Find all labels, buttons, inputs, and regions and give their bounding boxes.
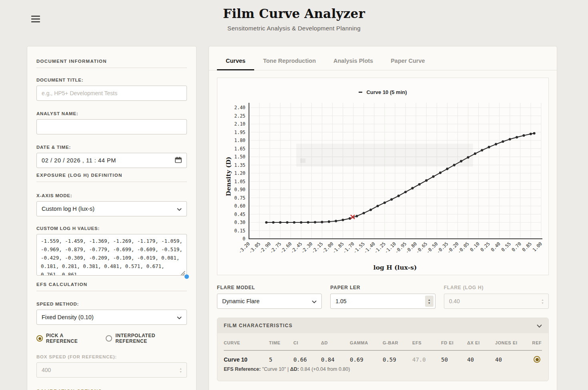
box-speed-input	[36, 362, 187, 378]
svg-text:0.30: 0.30	[234, 220, 245, 225]
svg-text:-0.20: -0.20	[446, 241, 460, 254]
col-curve: CURVE	[224, 340, 269, 345]
x-axis-title: log H (lux-s)	[249, 264, 541, 271]
efs-delta-label: ΔD:	[290, 366, 299, 372]
chevron-down-icon	[312, 298, 317, 304]
film-characteristics-header[interactable]: FILM CHARACTERISTICS	[217, 318, 548, 333]
svg-text:-0.35: -0.35	[435, 241, 449, 254]
film-curve-chart[interactable]: Curve 10 (5 min) 00.150.300.450.600.750.…	[217, 78, 549, 275]
radio-icon	[36, 335, 43, 342]
svg-text:-1.25: -1.25	[373, 241, 387, 254]
date-time-input[interactable]: 02 / 20 / 2026 , 11 : 44 PM	[36, 153, 187, 168]
pick-a-reference-radio[interactable]: PICK A REFERENCE	[36, 333, 95, 344]
svg-text:-0.95: -0.95	[394, 241, 407, 254]
table-row: Curve 10 5 0.66 0.84 0.69 0.59 47.0 50 4…	[224, 351, 542, 365]
flare-model-select[interactable]: Dynamic Flare	[217, 294, 322, 309]
svg-text:-0.65: -0.65	[415, 241, 428, 254]
svg-text:1.20: 1.20	[234, 170, 245, 176]
analyst-name-input[interactable]	[36, 119, 187, 134]
x-axis-mode-select[interactable]: Custom log H (lux-s)	[36, 201, 187, 216]
svg-text:-1.70: -1.70	[341, 241, 355, 254]
speed-method-value: Fixed Density (0.10)	[42, 314, 94, 320]
table-header-row: CURVE TIME CI ΔD GAMMA G-BAR EFS FD EI Δ…	[224, 334, 542, 351]
chart-legend: Curve 10 (5 min)	[217, 89, 548, 95]
svg-text:0.25: 0.25	[479, 241, 491, 252]
col-delta-d: ΔD	[321, 340, 350, 345]
svg-text:0.85: 0.85	[521, 241, 533, 252]
chart-canvas[interactable]: 00.150.300.450.600.750.901.051.201.351.5…	[217, 78, 550, 276]
col-dx-ei: ΔX EI	[467, 340, 495, 345]
svg-text:-0.80: -0.80	[404, 241, 418, 254]
exposure-definition-heading: EXPOSURE (LOG H) DEFINITION	[36, 173, 187, 178]
tab-tone-reproduction[interactable]: Tone Reproduction	[254, 55, 325, 70]
col-efs: EFS	[412, 340, 441, 345]
svg-text:-2.45: -2.45	[289, 241, 303, 254]
cell-g-bar: 0.59	[383, 356, 412, 363]
flare-log-h-input	[444, 294, 549, 309]
document-title-label: DOCUMENT TITLE:	[36, 78, 187, 82]
tab-paper-curve[interactable]: Paper Curve	[382, 55, 433, 70]
calendar-icon[interactable]	[175, 156, 182, 164]
x-axis-mode-value: Custom log H (lux-s)	[42, 206, 94, 212]
main-panel: Curves Tone Reproduction Analysis Plots …	[209, 46, 557, 390]
paper-ler-label: PAPER LER	[330, 285, 435, 290]
paper-ler-input[interactable]	[330, 294, 435, 309]
ref-radio[interactable]	[534, 356, 540, 363]
col-g-bar: G-BAR	[383, 340, 412, 345]
efs-reference-label: EFS Reference:	[224, 366, 261, 372]
svg-text:0.40: 0.40	[490, 241, 502, 253]
col-ref: REF	[532, 340, 542, 345]
svg-text:0.60: 0.60	[234, 203, 245, 209]
app-window: Film Curve Analyzer Sensitometric Analys…	[0, 0, 588, 390]
tab-curves[interactable]: Curves	[217, 55, 254, 70]
col-jones-ei: JONES EI	[495, 340, 532, 345]
page-title: Film Curve Analyzer	[0, 6, 588, 21]
flare-log-h-label: FLARE (LOG H)	[444, 285, 549, 290]
svg-text:-1.55: -1.55	[352, 241, 366, 254]
analyst-name-label: ANALYST NAME:	[36, 111, 187, 116]
svg-text:-2.00: -2.00	[321, 241, 334, 254]
pick-a-reference-label: PICK A REFERENCE	[46, 333, 95, 344]
x-axis-mode-label: X-AXIS MODE:	[36, 193, 187, 198]
svg-text:0.15: 0.15	[234, 228, 245, 234]
interpolated-reference-radio[interactable]: INTERPOLATED REFERENCE	[106, 333, 187, 344]
cell-dx-ei: 40	[467, 356, 495, 363]
date-time-value: 02 / 20 / 2026 , 11 : 44 PM	[42, 157, 116, 164]
svg-text:-2.75: -2.75	[269, 241, 282, 254]
y-axis-title: Density (D)	[225, 157, 232, 196]
col-time: TIME	[269, 340, 293, 345]
custom-log-h-textarea[interactable]: -1.559, -1.459, -1.369, -1.269, -1.179, …	[36, 234, 187, 276]
speed-method-select[interactable]: Fixed Density (0.10)	[36, 310, 187, 325]
document-information-heading: DOCUMENT INFORMATION	[36, 59, 187, 64]
cell-efs: 47.0	[412, 356, 441, 363]
speed-method-label: SPEED METHOD:	[36, 302, 187, 306]
svg-text:1.00: 1.00	[532, 241, 544, 253]
svg-text:1.65: 1.65	[234, 146, 245, 152]
svg-text:-0.50: -0.50	[425, 241, 439, 254]
svg-text:-1.85: -1.85	[331, 241, 345, 254]
svg-text:2.10: 2.10	[234, 121, 245, 127]
svg-text:-3.20: -3.20	[237, 241, 251, 254]
interpolated-reference-label: INTERPOLATED REFERENCE	[115, 333, 187, 344]
film-characteristics-section: FILM CHARACTERISTICS CURVE TIME CI ΔD GA…	[217, 318, 549, 381]
svg-text:1.05: 1.05	[234, 179, 245, 184]
custom-log-h-label: CUSTOM LOG H VALUES:	[36, 226, 187, 231]
efs-calculation-heading: EFS CALCULATION	[36, 282, 187, 287]
number-stepper-icon: ▲▼	[538, 296, 547, 307]
number-stepper-icon: ▲▼	[177, 364, 185, 376]
number-stepper-icon[interactable]: ▲▼	[425, 296, 433, 307]
touch-cursor-dot	[185, 274, 189, 279]
svg-text:-2.60: -2.60	[279, 241, 293, 254]
cell-jones-ei: 40	[495, 356, 532, 363]
chevron-down-icon	[177, 314, 182, 320]
document-title-input[interactable]	[36, 86, 187, 101]
svg-text:2.40: 2.40	[234, 105, 245, 110]
svg-text:1.95: 1.95	[234, 130, 245, 135]
tab-analysis-plots[interactable]: Analysis Plots	[325, 55, 382, 70]
svg-text:0.45: 0.45	[234, 212, 245, 217]
efs-reference-note: EFS Reference: "Curve 10" | ΔD: 0.84 (+0…	[224, 365, 542, 376]
radio-icon	[106, 335, 112, 342]
svg-text:-2.90: -2.90	[258, 241, 272, 254]
legend-label: Curve 10 (5 min)	[366, 89, 407, 95]
svg-text:0.75: 0.75	[234, 195, 245, 201]
